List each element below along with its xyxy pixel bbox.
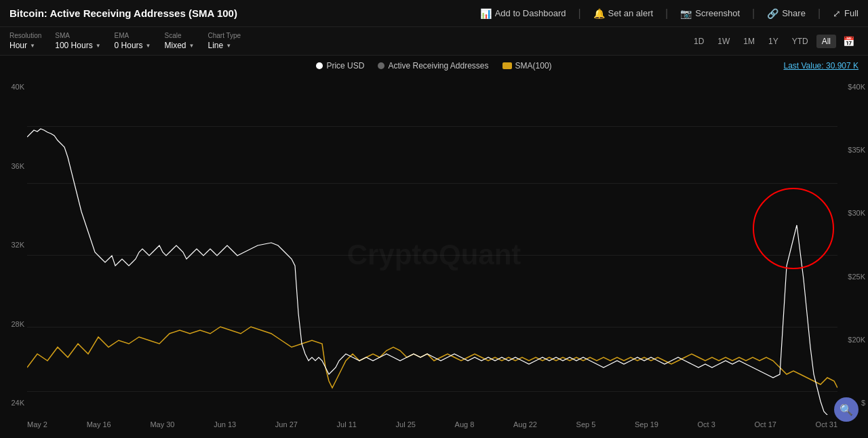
sma-line xyxy=(27,327,837,388)
y-label-36k: 36K xyxy=(0,162,27,170)
y-axis-left: 40K 36K 32K 28K 24K xyxy=(0,76,27,414)
scale-arrow: ▼ xyxy=(189,43,195,49)
x-label-jul11: Jul 11 xyxy=(337,420,357,429)
sma-dropdown[interactable]: 100 Hours ▼ xyxy=(55,41,100,50)
x-label-oct3: Oct 3 xyxy=(698,420,715,429)
x-label-oct31: Oct 31 xyxy=(816,420,837,429)
screenshot-button[interactable]: 📷 Screenshot xyxy=(680,8,740,19)
legend-label-price: Price USD xyxy=(326,61,364,71)
y-label-24k: 24K xyxy=(0,399,27,407)
sma-label: SMA xyxy=(55,32,100,39)
search-icon: 🔍 xyxy=(840,403,853,416)
header-actions: 📊 Add to Dashboard | 🔔 Set an alert | 📷 … xyxy=(480,7,859,20)
legend-label-sma: SMA(100) xyxy=(515,61,552,71)
x-label-sep5: Sep 5 xyxy=(576,420,596,429)
legend-dot-sma xyxy=(502,62,512,69)
chart-type-dropdown[interactable]: Line ▼ xyxy=(208,41,241,50)
time-btn-all[interactable]: All xyxy=(816,35,836,48)
x-label-jul25: Jul 25 xyxy=(396,420,416,429)
scale-dropdown[interactable]: Mixed ▼ xyxy=(165,41,195,50)
ema-arrow: ▼ xyxy=(146,43,151,49)
chart-type-control: Chart Type Line ▼ xyxy=(208,32,241,50)
time-btn-1m[interactable]: 1M xyxy=(738,35,760,48)
y-label-32k: 32K xyxy=(0,241,27,249)
time-btn-1d[interactable]: 1D xyxy=(688,35,709,48)
y-label-35kd: $35K xyxy=(837,146,868,154)
set-alert-button[interactable]: 🔔 Set an alert xyxy=(593,8,654,19)
share-icon: 🔗 xyxy=(767,8,778,19)
scale-control: Scale Mixed ▼ xyxy=(165,32,195,50)
scale-label: Scale xyxy=(165,32,195,39)
resolution-arrow: ▼ xyxy=(30,43,35,49)
time-btn-ytd[interactable]: YTD xyxy=(787,35,814,48)
time-range-controls: 1D 1W 1M 1Y YTD All 📅 xyxy=(688,34,859,49)
legend-dot-price xyxy=(316,62,323,69)
x-axis: May 2 May 16 May 30 Jun 13 Jun 27 Jul 11… xyxy=(27,415,837,434)
y-label-40kd: $40K xyxy=(837,83,868,91)
dashboard-icon: 📊 xyxy=(480,8,492,19)
legend-active-receiving: Active Receiving Addresses xyxy=(378,61,488,71)
resolution-label: Resolution xyxy=(9,32,41,39)
separator-4: | xyxy=(818,7,821,20)
chart-svg xyxy=(27,76,837,415)
full-button[interactable]: ⤢ Full xyxy=(833,8,859,19)
last-value[interactable]: Last Value: 30.907 K xyxy=(783,61,859,71)
legend-sma100: SMA(100) xyxy=(502,61,552,71)
y-label-30kd: $30K xyxy=(837,209,868,217)
x-label-jun27: Jun 27 xyxy=(275,420,298,429)
separator-2: | xyxy=(665,7,668,20)
legend-dot-active xyxy=(378,62,384,69)
sma-arrow: ▼ xyxy=(96,43,101,49)
price-line xyxy=(27,129,837,415)
y-label-28k: 28K xyxy=(0,320,27,328)
x-label-may16: May 16 xyxy=(87,420,111,429)
header: Bitcoin: Active Receiving Addresses (SMA… xyxy=(0,0,868,27)
time-btn-1y[interactable]: 1Y xyxy=(763,35,784,48)
separator-1: | xyxy=(578,7,580,20)
add-dashboard-button[interactable]: 📊 Add to Dashboard xyxy=(480,8,566,19)
camera-icon: 📷 xyxy=(680,8,692,19)
x-label-sep19: Sep 19 xyxy=(635,420,658,429)
y-label-25kd: $25K xyxy=(837,273,868,281)
ema-control: EMA 0 Hours ▼ xyxy=(115,32,151,50)
expand-icon: ⤢ xyxy=(833,8,841,19)
resolution-dropdown[interactable]: Hour ▼ xyxy=(9,41,41,50)
page-title: Bitcoin: Active Receiving Addresses (SMA… xyxy=(9,7,237,19)
chart-type-arrow: ▼ xyxy=(226,43,231,49)
chart-area: 40K 36K 32K 28K 24K $40K $35K $30K $25K … xyxy=(0,76,868,434)
y-axis-right: $40K $35K $30K $25K $20K $ xyxy=(837,76,868,414)
ema-label: EMA xyxy=(115,32,151,39)
chart-type-label: Chart Type xyxy=(208,32,241,39)
resolution-control: Resolution Hour ▼ xyxy=(9,32,41,50)
legend-label-active: Active Receiving Addresses xyxy=(388,61,488,71)
share-button[interactable]: 🔗 Share xyxy=(767,8,806,19)
sma-control: SMA 100 Hours ▼ xyxy=(55,32,100,50)
separator-3: | xyxy=(752,7,755,20)
ema-dropdown[interactable]: 0 Hours ▼ xyxy=(115,41,151,50)
legend: Price USD Active Receiving Addresses SMA… xyxy=(0,56,868,76)
x-label-aug8: Aug 8 xyxy=(455,420,475,429)
search-fab[interactable]: 🔍 xyxy=(834,397,859,422)
x-label-may30: May 30 xyxy=(150,420,174,429)
x-label-oct17: Oct 17 xyxy=(755,420,776,429)
toolbar: Resolution Hour ▼ SMA 100 Hours ▼ EMA 0 … xyxy=(0,27,868,56)
alert-icon: 🔔 xyxy=(593,8,605,19)
y-label-20kd: $20K xyxy=(837,336,868,344)
calendar-icon[interactable]: 📅 xyxy=(839,34,859,49)
x-label-jun13: Jun 13 xyxy=(214,420,236,429)
x-label-aug22: Aug 22 xyxy=(513,420,537,429)
time-btn-1w[interactable]: 1W xyxy=(712,35,735,48)
legend-price-usd: Price USD xyxy=(316,61,364,71)
y-label-40k: 40K xyxy=(0,83,27,91)
x-label-may2: May 2 xyxy=(27,420,47,429)
toolbar-controls: Resolution Hour ▼ SMA 100 Hours ▼ EMA 0 … xyxy=(9,32,241,50)
